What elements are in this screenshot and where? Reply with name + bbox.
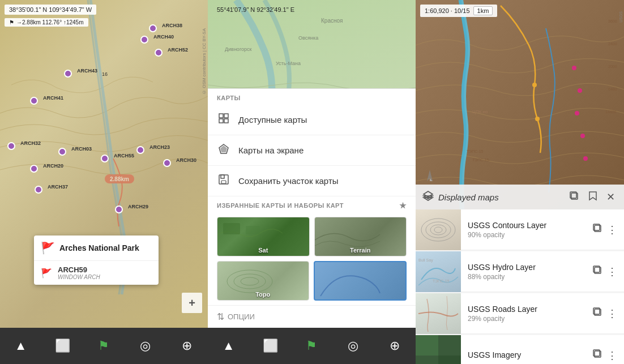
layer-contours: USGS Contours Layer 90% opacity ⋮ (416, 209, 624, 250)
svg-point-23 (532, 83, 537, 87)
svg-point-47 (434, 227, 442, 233)
svg-point-45 (426, 222, 451, 238)
svg-text:Красноя: Красноя (321, 18, 343, 24)
displayed-maps-header: Displayed maps ✕ (416, 185, 624, 209)
imagery-more-icon[interactable]: ⋮ (607, 349, 617, 362)
zoom-in-button[interactable]: + (182, 293, 202, 313)
header-copy-icon[interactable] (567, 189, 582, 206)
popup-title-text: Arches National Park (59, 243, 139, 252)
scale-bar: 1:60,920 · 10/15 1km (420, 5, 497, 17)
available-maps-icon (217, 113, 230, 127)
popup-item[interactable]: 🚩 ARCH59 WINDOW ARCH (34, 261, 159, 285)
svg-text:14400: 14400 (605, 110, 617, 114)
toolbar-target-btn-1[interactable]: ◎ (134, 335, 157, 357)
contours-thumb (416, 209, 461, 250)
toolbar-flag-btn-2[interactable]: ⚑ (300, 335, 323, 357)
svg-text:3600: 3600 (608, 19, 617, 23)
topo-thumb-label: Topo (217, 291, 309, 298)
popup-item-subtitle: WINDOW ARCH (58, 274, 100, 280)
nav-info-1: ⚑ →2.88km 112.76° ↑1245m (5, 18, 88, 27)
options-expand-icon: ⇅ (217, 311, 224, 322)
svg-rect-57 (416, 335, 438, 356)
options-row[interactable]: ⇅ ОПЦИИ (208, 305, 416, 328)
imagery-name: USGS Imagery (468, 350, 585, 359)
svg-text:ТЭПС-15-: ТЭПС-15- (472, 158, 491, 162)
save-area-icon (217, 174, 230, 188)
roads-copy-icon[interactable] (592, 307, 602, 320)
svg-text:Дивногорск: Дивногорск (225, 46, 251, 52)
sat-thumb[interactable]: Sat (217, 217, 310, 256)
toolbar-mountain-btn-2[interactable]: ▲ (217, 335, 240, 357)
displayed-maps-text: Карты на экране (238, 145, 304, 155)
bottom-toolbar-2: ▲ ⬜ ⚑ ◎ ⊕ (208, 328, 416, 364)
flag-icon-nav: ⚑ (9, 19, 14, 25)
svg-rect-58 (438, 356, 461, 365)
svg-text:2.88km: 2.88km (110, 176, 129, 182)
attribution-3: USGS (619, 11, 623, 23)
svg-rect-14 (221, 181, 226, 183)
topo-thumb[interactable]: Topo (217, 261, 309, 301)
map-thumb-4[interactable] (314, 261, 407, 301)
map-top-3: ЦПК но ТЭПС-15 ТЭПС-15- 3600 2400 2000 6… (416, 0, 624, 209)
svg-text:ЦПК но: ЦПК но (472, 109, 488, 114)
toolbar-map-btn-1[interactable]: ⬜ (51, 335, 74, 357)
toolbar-map-btn-2[interactable]: ⬜ (259, 335, 281, 357)
svg-point-20 (241, 277, 259, 285)
fav-star-icon[interactable]: ★ (399, 201, 407, 210)
svg-rect-16 (223, 223, 240, 234)
roads-more-icon[interactable]: ⋮ (607, 307, 617, 320)
contours-opacity: 90% opacity (468, 231, 585, 239)
svg-text:Овсянка: Овсянка (298, 35, 318, 41)
toolbar-compass-btn-2[interactable]: ⊕ (383, 335, 406, 357)
hydro-name: USGS Hydro Layer (468, 263, 585, 272)
terrain-thumb[interactable]: Terrain (314, 217, 407, 256)
imagery-actions: ⋮ (592, 349, 624, 362)
svg-point-25 (578, 88, 582, 93)
svg-point-28 (583, 156, 588, 161)
scale-km: 1km (473, 6, 493, 15)
svg-rect-13 (221, 175, 224, 178)
fav-label-text: ИЗБРАННЫЕ КАРТЫ И НАБОРЫ КАРТ (217, 202, 344, 209)
svg-rect-21 (416, 0, 624, 209)
popup-item-details: ARCH59 WINDOW ARCH (58, 265, 100, 280)
toolbar-target-btn-2[interactable]: ◎ (342, 335, 365, 357)
contours-copy-icon[interactable] (592, 223, 602, 236)
displayed-maps-menu-icon (217, 143, 230, 157)
maps-menu-overlay: КАРТЫ Доступные карты Карты на экране (208, 88, 416, 328)
svg-point-26 (575, 111, 579, 115)
roads-name: USGS Roads Layer (468, 305, 585, 314)
header-close-icon[interactable]: ✕ (604, 189, 617, 205)
contours-more-icon[interactable]: ⋮ (607, 224, 617, 236)
terrain-thumb-label: Terrain (315, 247, 407, 254)
contours-info: USGS Contours Layer 90% opacity (461, 221, 592, 239)
save-area-item[interactable]: Сохранить участок карты (208, 166, 416, 196)
popup-item-flag-icon: 🚩 (41, 268, 52, 279)
nav-distance: →2.88km 112.76° ↑1245m (16, 19, 84, 25)
hydro-copy-icon[interactable] (592, 265, 602, 278)
header-bookmark-icon[interactable] (586, 189, 600, 206)
svg-text:2000: 2000 (608, 65, 617, 68)
displayed-maps-item[interactable]: Карты на экране (208, 135, 416, 166)
coordinates-bar-2: 55°41'07.9" N 92°32'49.1" E (212, 5, 299, 15)
toolbar-mountain-btn-1[interactable]: ▲ (10, 335, 32, 357)
imagery-copy-icon[interactable] (592, 349, 602, 362)
svg-point-24 (572, 66, 576, 70)
save-area-text: Сохранить участок карты (238, 176, 339, 186)
hydro-more-icon[interactable]: ⋮ (607, 265, 617, 278)
layers-icon (422, 190, 434, 204)
svg-point-19 (234, 274, 266, 289)
roads-thumb (416, 293, 461, 334)
hydro-opacity: 88% opacity (468, 273, 585, 281)
toolbar-compass-btn-1[interactable]: ⊕ (176, 335, 198, 357)
hydro-info: USGS Hydro Layer 88% opacity (461, 263, 592, 281)
popup-item-name: ARCH59 (58, 265, 100, 274)
imagery-info: USGS Imagery (461, 350, 592, 361)
sat-thumb-label: Sat (217, 247, 309, 254)
coords-text-1: 38°35'00.1" N 109°34'49.7" W (9, 6, 92, 13)
map-thumbnails-row2: Topo (208, 261, 416, 305)
available-maps-item[interactable]: Доступные карты (208, 105, 416, 135)
toolbar-flag-btn-1[interactable]: ⚑ (92, 335, 115, 357)
options-text: ОПЦИИ (228, 312, 255, 321)
location-popup[interactable]: 🚩 Arches National Park 🚩 ARCH59 WINDOW A… (34, 235, 159, 285)
roads-info: USGS Roads Layer 29% opacity (461, 305, 592, 323)
